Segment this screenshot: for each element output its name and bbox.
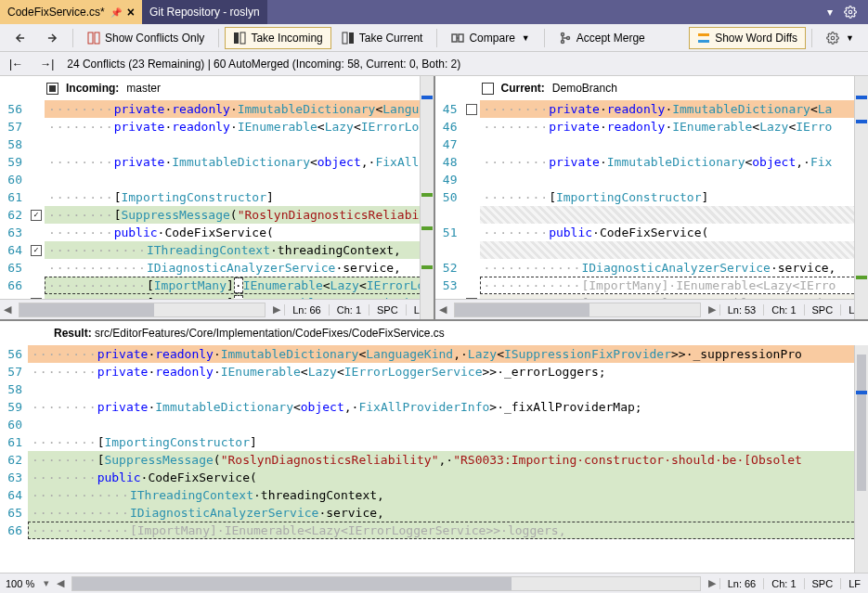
line-number: 61 xyxy=(0,433,28,451)
line-checkbox[interactable] xyxy=(463,104,480,115)
code-text: ········[SuppressMessage("RoslynDiagnost… xyxy=(28,451,868,469)
code-line[interactable]: 59········private·ImmutableDictionary<ob… xyxy=(0,153,434,171)
spc-status: SPC xyxy=(369,304,406,316)
v-scrollbar[interactable] xyxy=(854,76,868,319)
code-line[interactable]: 48········private·ImmutableDictionary<ob… xyxy=(435,153,869,171)
show-conflicts-button[interactable]: Show Conflicts Only xyxy=(79,27,213,49)
pin-icon[interactable]: 📌 xyxy=(110,7,122,18)
current-branch: DemoBranch xyxy=(552,82,617,95)
incoming-code[interactable]: 56········private·readonly·ImmutableDict… xyxy=(0,100,434,299)
h-scrollbar[interactable] xyxy=(71,576,700,591)
code-line[interactable]: 64············IThreadingContext·threadin… xyxy=(0,486,868,504)
gear-icon[interactable] xyxy=(838,6,862,19)
forward-button[interactable] xyxy=(37,27,67,49)
line-number: 63 xyxy=(0,469,28,486)
code-text: ············[ImportMany]·IEnumerable<Laz… xyxy=(45,294,434,299)
current-code[interactable]: 45········private·readonly·ImmutableDict… xyxy=(435,100,869,299)
code-line[interactable]: 51········public·CodeFixService( xyxy=(435,224,869,241)
code-line[interactable]: 61········[ImportingConstructor] xyxy=(0,433,868,451)
select-all-current-checkbox[interactable] xyxy=(482,83,494,95)
settings-button[interactable]: ▼ xyxy=(818,27,862,49)
scroll-left-icon[interactable]: ◀ xyxy=(435,303,450,316)
code-line[interactable]: 52············IDiagnosticAnalyzerService… xyxy=(435,259,869,277)
tab-active[interactable]: CodeFixService.cs* 📌 × xyxy=(0,0,142,24)
line-number: 56 xyxy=(0,100,28,118)
code-line[interactable]: 58 xyxy=(0,135,434,153)
spc-status: SPC xyxy=(804,304,841,316)
scroll-left-icon[interactable]: ◀ xyxy=(0,303,15,316)
h-scrollbar[interactable] xyxy=(454,303,701,317)
code-line[interactable]: 46········private·readonly·IEnumerable<L… xyxy=(435,118,869,135)
code-line[interactable]: 65············IDiagnosticAnalyzerService… xyxy=(0,504,868,522)
take-current-button[interactable]: Take Current xyxy=(333,27,432,49)
last-conflict-button[interactable]: →| xyxy=(36,56,58,72)
result-code[interactable]: 56········private·readonly·ImmutableDict… xyxy=(0,345,868,573)
svg-point-11 xyxy=(566,36,569,39)
tab-overflow-icon[interactable]: ▾ xyxy=(822,6,838,19)
code-line[interactable] xyxy=(435,206,869,224)
line-number: 47 xyxy=(435,135,463,153)
back-button[interactable] xyxy=(6,27,35,49)
code-line[interactable]: 62✓········[SuppressMessage("RoslynDiagn… xyxy=(0,206,434,224)
code-line[interactable]: 47 xyxy=(435,135,869,153)
code-line[interactable]: 57········private·readonly·IEnumerable<L… xyxy=(0,363,868,380)
v-scrollbar[interactable] xyxy=(854,345,868,573)
code-line[interactable] xyxy=(435,241,869,259)
line-checkbox[interactable]: ✓ xyxy=(28,210,45,221)
code-line[interactable]: 56········private·readonly·ImmutableDict… xyxy=(0,345,868,363)
code-line[interactable]: 65············IDiagnosticAnalyzerService… xyxy=(0,259,434,277)
code-line[interactable]: 66············[ImportMany]·IEnumerable<L… xyxy=(0,277,434,294)
result-header: Result: src/EditorFeatures/Core/Implemen… xyxy=(0,321,868,345)
code-line[interactable]: 63········public·CodeFixService( xyxy=(0,224,434,241)
select-all-incoming-checkbox[interactable] xyxy=(46,83,58,95)
code-text: ············IThreadingContext·threadingC… xyxy=(45,241,434,259)
scroll-right-icon[interactable]: ▶ xyxy=(705,577,719,589)
code-text: ········private·ImmutableDictionary<obje… xyxy=(28,398,868,416)
code-line[interactable]: 50········[ImportingConstructor] xyxy=(435,188,869,206)
svg-point-14 xyxy=(831,36,835,40)
code-line[interactable]: 45········private·readonly·ImmutableDict… xyxy=(435,100,869,118)
code-line[interactable]: 54············[ImportMany]·IEnumerable<L… xyxy=(435,294,869,299)
code-line[interactable]: 60 xyxy=(0,171,434,188)
line-checkbox[interactable] xyxy=(463,298,480,300)
v-scrollbar[interactable] xyxy=(420,76,434,319)
compare-button[interactable]: Compare ▼ xyxy=(443,27,538,49)
scroll-right-icon[interactable]: ▶ xyxy=(269,303,284,316)
first-conflict-button[interactable]: |← xyxy=(6,56,27,72)
code-line[interactable]: 56········private·readonly·ImmutableDict… xyxy=(0,100,434,118)
code-line[interactable]: 62········[SuppressMessage("RoslynDiagno… xyxy=(0,451,868,469)
code-line[interactable]: 66············[ImportMany]·IEnumerable<L… xyxy=(0,522,868,539)
code-line[interactable]: 64✓············IThreadingContext·threadi… xyxy=(0,241,434,259)
zoom-level[interactable]: 100 % xyxy=(0,578,40,589)
h-scrollbar[interactable] xyxy=(19,303,266,317)
code-line[interactable]: 67✓············[ImportMany]·IEnumerable<… xyxy=(0,294,434,299)
code-line[interactable]: 49 xyxy=(435,171,869,188)
close-icon[interactable]: × xyxy=(127,5,135,19)
ch-status: Ch: 1 xyxy=(329,304,369,316)
code-line[interactable]: 53············[ImportMany]·IEnumerable<L… xyxy=(435,277,869,294)
code-line[interactable]: 58 xyxy=(0,380,868,398)
current-statusbar: ◀ ▶ Ln: 53 Ch: 1 SPC LF xyxy=(435,299,869,319)
code-line[interactable]: 63········public·CodeFixService( xyxy=(0,469,868,486)
show-word-diffs-button[interactable]: Show Word Diffs xyxy=(689,27,806,49)
code-text: ········private·readonly·IEnumerable<Laz… xyxy=(480,118,869,135)
line-number: 65 xyxy=(0,504,28,522)
svg-rect-2 xyxy=(95,32,99,44)
code-line[interactable]: 60 xyxy=(0,416,868,433)
code-text: ········[ImportingConstructor] xyxy=(28,433,868,451)
scroll-right-icon[interactable]: ▶ xyxy=(705,303,719,316)
line-checkbox[interactable]: ✓ xyxy=(28,245,45,256)
zoom-dropdown-icon[interactable]: ▾ xyxy=(40,577,53,589)
accept-merge-button[interactable]: Accept Merge xyxy=(551,27,654,49)
code-text: ········[SuppressMessage("RoslynDiagnost… xyxy=(45,206,434,224)
code-line[interactable]: 57········private·readonly·IEnumerable<L… xyxy=(0,118,434,135)
tab-label: CodeFixService.cs* xyxy=(7,6,105,19)
line-number: 57 xyxy=(0,118,28,135)
line-number: 59 xyxy=(0,153,28,171)
code-line[interactable]: 59········private·ImmutableDictionary<ob… xyxy=(0,398,868,416)
scroll-left-icon[interactable]: ◀ xyxy=(53,577,68,589)
take-incoming-button[interactable]: Take Incoming xyxy=(225,27,330,49)
line-checkbox[interactable]: ✓ xyxy=(28,298,45,300)
code-line[interactable]: 61········[ImportingConstructor] xyxy=(0,188,434,206)
tab-inactive[interactable]: Git Repository - roslyn xyxy=(142,0,267,24)
